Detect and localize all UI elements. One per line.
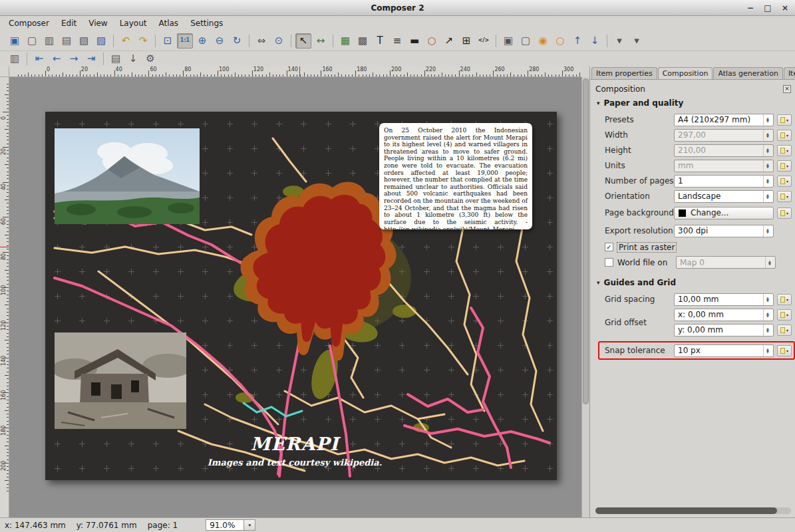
- spinner-arrows[interactable]: ▲▼: [763, 294, 772, 305]
- undo-button[interactable]: ↶: [118, 33, 134, 49]
- lock-items-button[interactable]: ◉: [535, 33, 551, 49]
- print-as-raster-label[interactable]: Print as raster: [617, 243, 676, 252]
- atlas-prev-button[interactable]: ←: [49, 51, 65, 66]
- tab-atlas-generation[interactable]: Atlas generation: [713, 67, 783, 79]
- redo-button[interactable]: ↷: [135, 33, 151, 49]
- zoom-in-button[interactable]: ⊕: [194, 33, 210, 49]
- grid-spacing-spinbox[interactable]: 10,00 mm ▲▼: [674, 293, 774, 306]
- zoom-full-button[interactable]: ⊡: [160, 33, 176, 49]
- spinner-arrows[interactable]: ▲▼: [763, 225, 772, 237]
- composer-manager-button[interactable]: ▤: [59, 33, 75, 49]
- atlas-next-button[interactable]: →: [66, 51, 82, 66]
- add-map-button[interactable]: ▦: [337, 33, 353, 49]
- raise-items-button[interactable]: ↑: [569, 33, 585, 49]
- presets-combo[interactable]: A4 (210x297 mm) ▲▼: [674, 114, 774, 126]
- distribute-items-dropdown[interactable]: ▾: [629, 33, 645, 49]
- new-composer-button[interactable]: ▢: [24, 33, 40, 49]
- spinner-arrows[interactable]: ▲▼: [763, 345, 772, 356]
- snap-tolerance-spinbox[interactable]: 10 px ▲▼: [674, 344, 774, 357]
- data-defined-override-button[interactable]: ▾: [777, 345, 792, 356]
- spinner-arrows[interactable]: ▲▼: [763, 130, 772, 141]
- panel-horizontal-scrollbar[interactable]: [595, 507, 791, 514]
- panel-close-button[interactable]: ×: [783, 85, 791, 93]
- zoom-out-button[interactable]: ⊖: [212, 33, 228, 49]
- atlas-settings-button[interactable]: ⚙: [142, 51, 158, 66]
- orientation-combo[interactable]: Landscape ▲▼: [674, 190, 774, 203]
- canvas-vertical-scrollbar[interactable]: [581, 77, 589, 517]
- ungroup-items-button[interactable]: ▢: [518, 33, 534, 49]
- menu-settings[interactable]: Settings: [184, 17, 229, 29]
- add-label-button[interactable]: T: [372, 33, 388, 49]
- export-resolution-spinbox[interactable]: 300 dpi ▲▼: [674, 225, 774, 237]
- map-title[interactable]: MERAPI: [251, 434, 339, 454]
- add-scalebar-button[interactable]: ▬: [406, 33, 422, 49]
- close-button[interactable]: ×: [780, 4, 790, 12]
- world-file-checkbox[interactable]: [605, 258, 613, 267]
- add-arrow-button[interactable]: ↗: [441, 33, 457, 49]
- data-defined-override-button[interactable]: ▾: [777, 130, 792, 141]
- tab-composition[interactable]: Composition: [658, 67, 713, 80]
- world-file-map-combo[interactable]: Map 0 ▲▼: [676, 256, 776, 269]
- tab-item-properties[interactable]: Item properties: [591, 67, 657, 79]
- add-shape-button[interactable]: ○: [424, 33, 440, 49]
- data-defined-override-button[interactable]: ▾: [777, 145, 792, 156]
- group-items-button[interactable]: ▣: [500, 33, 516, 49]
- composition-page[interactable]: On 25 October 2010 the Indonesian govern…: [45, 112, 557, 480]
- data-defined-override-button[interactable]: ▾: [777, 207, 792, 219]
- destroyed-house-photo-item[interactable]: [55, 332, 186, 429]
- spinner-arrows[interactable]: ▲▼: [765, 257, 774, 268]
- units-combo[interactable]: mm ▲▼: [674, 160, 774, 172]
- add-legend-button[interactable]: ≡: [389, 33, 405, 49]
- maximize-button[interactable]: □: [763, 4, 772, 12]
- panel-horizontal-scrollbar-thumb[interactable]: [595, 507, 777, 514]
- zoom-actual-button[interactable]: 1:1: [177, 33, 193, 49]
- tab-items[interactable]: Items: [784, 67, 795, 79]
- section-guides-and-grid[interactable]: ▾ Guides and Grid: [597, 278, 791, 287]
- spinner-arrows[interactable]: ▲▼: [763, 325, 772, 336]
- menu-atlas[interactable]: Atlas: [152, 17, 184, 29]
- load-template-button[interactable]: ▧: [76, 33, 92, 49]
- zoom-tool-button[interactable]: ⊙: [271, 33, 287, 49]
- menu-edit[interactable]: Edit: [55, 17, 82, 29]
- number-of-pages-spinbox[interactable]: 1 ▲▼: [674, 175, 774, 188]
- move-item-content-button[interactable]: ↔: [313, 33, 329, 49]
- section-paper-and-quality[interactable]: ▾ Paper and quality: [597, 98, 791, 108]
- atlas-first-button[interactable]: ⇤: [31, 51, 47, 66]
- data-defined-override-button[interactable]: ▾: [777, 114, 792, 126]
- composer-canvas[interactable]: On 25 October 2010 the Indonesian govern…: [9, 77, 581, 517]
- menu-view[interactable]: View: [82, 17, 113, 29]
- lower-items-button[interactable]: ↓: [587, 33, 603, 49]
- page-background-change-button[interactable]: Change...: [674, 207, 774, 219]
- add-table-button[interactable]: ⊞: [458, 33, 474, 49]
- atlas-preview-button[interactable]: ▥: [7, 51, 23, 66]
- menu-layout[interactable]: Layout: [114, 17, 153, 29]
- zoom-dropdown-button[interactable]: ▾: [244, 519, 255, 531]
- canvas-vertical-scrollbar-thumb[interactable]: [583, 78, 589, 404]
- spinner-arrows[interactable]: ▲▼: [763, 114, 772, 126]
- add-image-button[interactable]: ▩: [355, 33, 371, 49]
- add-html-button[interactable]: </>: [476, 33, 492, 49]
- print-atlas-button[interactable]: ▤: [108, 51, 124, 66]
- map-subtitle[interactable]: Images and text courtesy wikipedia.: [208, 458, 383, 467]
- unlock-items-button[interactable]: ○: [552, 33, 568, 49]
- data-defined-override-button[interactable]: ▾: [777, 191, 792, 202]
- select-move-item-button[interactable]: ↖: [295, 33, 311, 49]
- menu-composer[interactable]: Composer: [3, 17, 55, 29]
- grid-offset-x-spinbox[interactable]: x: 0,00 mm ▲▼: [674, 309, 774, 321]
- duplicate-composer-button[interactable]: ▥: [41, 33, 57, 49]
- infobox-item[interactable]: On 25 October 2010 the Indonesian govern…: [379, 123, 532, 229]
- height-spinbox[interactable]: 210,00 ▲▼: [674, 144, 774, 157]
- data-defined-override-button[interactable]: ▾: [777, 294, 792, 305]
- grid-offset-y-spinbox[interactable]: y: 0,00 mm ▲▼: [674, 324, 774, 336]
- volcano-photo-item[interactable]: [55, 128, 200, 224]
- data-defined-override-button[interactable]: ▾: [777, 309, 792, 321]
- refresh-view-button[interactable]: ↻: [229, 33, 245, 49]
- data-defined-override-button[interactable]: ▾: [777, 160, 792, 172]
- pan-tool-button[interactable]: ⇔: [253, 33, 269, 49]
- atlas-last-button[interactable]: ⇥: [83, 51, 99, 66]
- zoom-level-field[interactable]: 91.0%: [206, 519, 244, 531]
- align-items-dropdown[interactable]: ▾: [611, 33, 627, 49]
- width-spinbox[interactable]: 297,00 ▲▼: [674, 129, 774, 142]
- spinner-arrows[interactable]: ▲▼: [763, 145, 772, 156]
- save-template-button[interactable]: ▨: [93, 33, 109, 49]
